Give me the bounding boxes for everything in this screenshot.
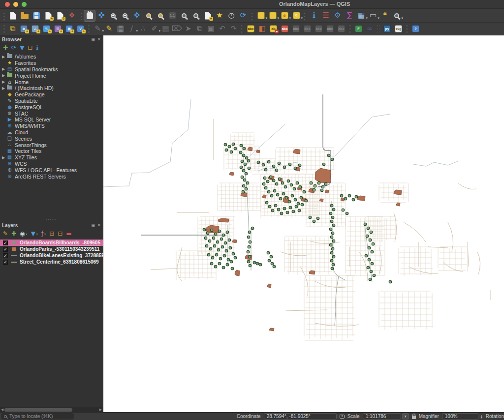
toolbar-grip[interactable] <box>79 11 82 20</box>
browser-item-geopackage[interactable]: ◆GeoPackage <box>0 91 103 98</box>
expand-arrow-icon[interactable]: ▶ <box>2 155 6 160</box>
toolbar-grip[interactable] <box>2 11 5 20</box>
scale-dropdown-icon[interactable]: ▼ <box>402 413 409 420</box>
zoom-to-selection-icon[interactable] <box>143 10 155 22</box>
close-window-button[interactable] <box>5 2 10 7</box>
move-label-icon[interactable]: abc <box>302 24 313 34</box>
browser-item-favorites[interactable]: ★Favorites <box>0 60 103 66</box>
add-vector-layer-icon[interactable]: ⊕+ <box>18 24 30 34</box>
collapse-all-icon[interactable]: ⊟ <box>28 45 32 51</box>
browser-item-postgresql[interactable]: ●PostgreSQL <box>0 104 103 110</box>
toolbar-grip[interactable] <box>241 25 244 33</box>
browser-close-icon[interactable]: ✕ <box>97 37 101 42</box>
search-settings-icon[interactable]: ▾ <box>391 10 403 22</box>
dropdown-arrow-icon[interactable]: ▾ <box>36 232 38 236</box>
pan-map-icon[interactable] <box>84 10 95 22</box>
layer-visibility-checkbox[interactable]: ✓ <box>3 240 8 245</box>
browser-item-macintosh-hd[interactable]: ▶/ (Macintosh HD) <box>0 85 103 91</box>
add-group-icon[interactable]: ✚ <box>11 231 16 237</box>
add-virtual-layer-icon[interactable]: ▦+ <box>63 24 75 34</box>
filter-by-expression-icon[interactable]: ƒ <box>41 231 43 237</box>
scrollbar-thumb[interactable] <box>4 408 72 412</box>
layer-labeling-icon[interactable]: abc <box>245 24 256 34</box>
browser-item-home[interactable]: ▶⌂Home <box>0 79 103 85</box>
zoom-out-icon[interactable]: − <box>119 10 131 22</box>
expand-arrow-icon[interactable]: ▶ <box>2 67 6 71</box>
browser-item-arcgis-rest-servers[interactable]: ⊕ArcGIS REST Servers <box>0 173 103 180</box>
open-attribute-table-icon[interactable]: ▦▾ <box>355 10 367 22</box>
save-project-icon[interactable] <box>31 10 42 22</box>
zoom-in-icon[interactable]: + <box>107 10 119 22</box>
toolbar-grip[interactable] <box>251 11 253 20</box>
help-icon[interactable]: ? <box>410 24 421 34</box>
filter-legend-icon[interactable]: ▼ <box>31 231 35 237</box>
zoom-last-icon[interactable] <box>178 10 190 22</box>
identify-features-icon[interactable]: ℹ <box>308 10 320 22</box>
dropdown-arrow-icon[interactable]: ▾ <box>401 16 403 20</box>
layer-visibility-checkbox[interactable]: ✓ <box>3 260 8 265</box>
pan-to-selection-icon[interactable]: ✜ <box>95 10 107 22</box>
copy-features-icon[interactable]: ⧉ <box>194 24 205 34</box>
layer-diagram-icon[interactable]: ◧ <box>256 24 268 34</box>
highlight-pinned-labels-icon[interactable]: abc <box>279 24 290 34</box>
rotate-label-icon[interactable]: abc <box>313 24 324 34</box>
add-delimited-text-layer-icon[interactable]: ☰+ <box>52 24 63 34</box>
select-by-location-icon[interactable]: ⚲▾ <box>290 10 302 22</box>
layer-visibility-checkbox[interactable]: ✓ <box>3 247 8 252</box>
python-console-icon[interactable]: py <box>381 24 393 34</box>
metasearch-icon[interactable]: ∞ <box>364 24 376 34</box>
locator-input[interactable]: Type to locate (⌘K) <box>1 413 74 420</box>
layer-row[interactable]: ✓OrlandoBoardsBillboards_-809605 <box>0 240 103 246</box>
browser-item-sensorthings[interactable]: ∴SensorThings <box>0 142 103 148</box>
coordinate-value[interactable]: 28.7594°, -81.6025° <box>264 413 337 420</box>
panel-splitter[interactable]: ······ <box>0 218 103 221</box>
dropdown-arrow-icon[interactable]: ▾ <box>44 232 46 236</box>
map-tips-icon[interactable]: ❝ <box>379 10 391 22</box>
temporal-controller-icon[interactable]: ◷ <box>225 10 237 22</box>
filter-browser-icon[interactable]: ▼ <box>20 45 24 51</box>
layer-visibility-checkbox[interactable]: ✓ <box>3 253 8 258</box>
remove-layer-icon[interactable]: ▬ <box>66 231 71 237</box>
magnifier-value[interactable]: 100% <box>442 413 478 420</box>
browser-item-project-home[interactable]: ▶Project Home <box>0 72 103 79</box>
svg-annotation-icon[interactable]: svg <box>393 24 404 34</box>
expand-arrow-icon[interactable]: ▶ <box>2 55 6 59</box>
browser-item-wcs[interactable]: ⊕WCS <box>0 161 103 167</box>
collapse-all-layers-icon[interactable]: ⊟ <box>58 231 63 237</box>
deselect-features-icon[interactable]: ⊘▾ <box>279 10 290 22</box>
toggle-editing-icon[interactable]: ✎ <box>103 24 115 34</box>
lock-scale-icon[interactable] <box>412 416 416 419</box>
add-mesh-layer-icon[interactable]: ✎+ <box>41 24 52 34</box>
new-spatial-bookmark-icon[interactable]: ★ <box>202 10 214 22</box>
toolbar-grip[interactable] <box>88 25 91 33</box>
data-source-manager-icon[interactable]: ⧉ <box>7 24 18 34</box>
browser-item-wfs-ogc-api-features[interactable]: ⊕WFS / OGC API - Features <box>0 167 103 173</box>
browser-item-spatial-bookmarks[interactable]: ▶▤Spatial Bookmarks <box>0 66 103 73</box>
vertex-tool-icon[interactable]: ✐▾ <box>149 24 160 34</box>
measure-line-icon[interactable]: ▭▾ <box>367 10 379 22</box>
open-project-icon[interactable] <box>19 10 31 22</box>
move-feature-icon[interactable]: ➤ <box>183 24 194 34</box>
layers-close-icon[interactable]: ✕ <box>97 223 101 228</box>
zoom-window-button[interactable] <box>22 2 27 7</box>
layer-row[interactable]: ✓Street_Centerline_6391808615069 <box>0 259 103 265</box>
browser-item-scenes[interactable]: ❑Scenes <box>0 135 103 142</box>
pin-labels-icon[interactable]: ab● <box>268 24 279 34</box>
toolbar-grip[interactable] <box>2 25 5 33</box>
scroll-right-icon[interactable]: ▶ <box>98 408 103 412</box>
zoom-next-icon[interactable] <box>190 10 202 22</box>
toolbar-grip[interactable] <box>304 11 307 20</box>
toolbar-grip[interactable] <box>348 25 351 33</box>
open-layer-styling-icon[interactable]: ✎ <box>3 231 8 237</box>
modify-attributes-icon[interactable]: ▤ <box>160 24 171 34</box>
refresh-map-icon[interactable]: ⟳ <box>237 10 249 22</box>
redo-icon[interactable]: ↷ <box>228 24 239 34</box>
expand-arrow-icon[interactable]: ▶ <box>2 86 6 90</box>
new-project-icon[interactable] <box>7 10 19 22</box>
style-manager-icon[interactable]: ❖ <box>66 10 78 22</box>
browser-float-icon[interactable]: ▣ <box>91 37 95 42</box>
zoom-native-icon[interactable]: 1:1 <box>166 10 178 22</box>
show-spatial-bookmarks-icon[interactable]: ★ <box>214 10 225 22</box>
properties-widget-icon[interactable]: ℹ <box>36 45 38 51</box>
add-vector-tile-layer-icon[interactable]: V+ <box>75 24 86 34</box>
